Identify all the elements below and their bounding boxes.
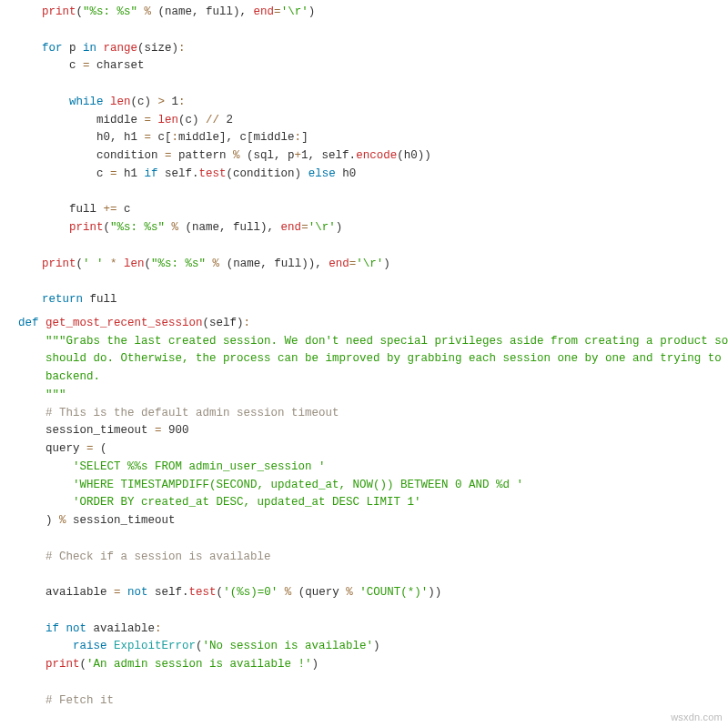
watermark-label: wsxdn.com <box>671 710 723 717</box>
code-block-2: def get_most_recent_session(self): """Gr… <box>0 311 728 718</box>
code-token: print <box>42 5 76 18</box>
code-block: print("%s: %s" % (name, full), end='\r')… <box>0 0 728 317</box>
